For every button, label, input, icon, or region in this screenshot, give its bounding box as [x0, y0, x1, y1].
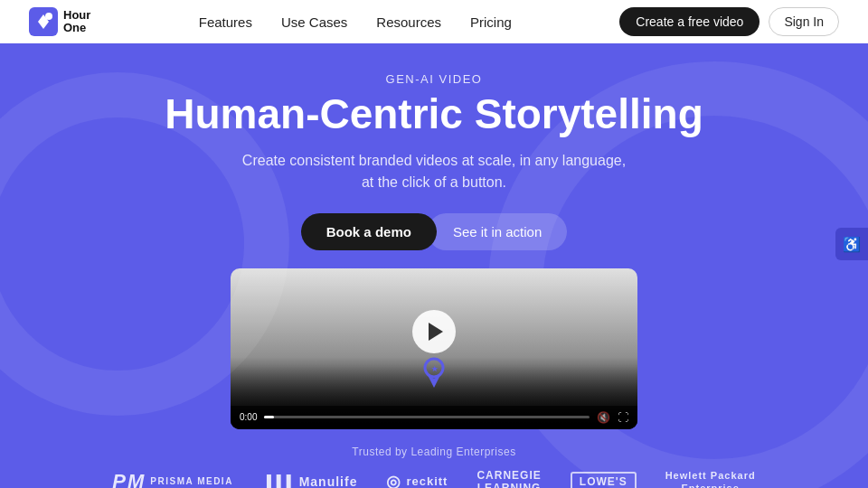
logo-icon [29, 7, 58, 36]
ribbon-icon: ★ [417, 357, 451, 388]
hero-section: GEN-AI VIDEO Human-Centric Storytelling … [0, 43, 868, 488]
play-button[interactable] [412, 310, 456, 353]
logo-prisma-media: PM PRISMA MEDIA [112, 470, 233, 488]
logo-hpe: Hewlett PackardEnterprise [665, 469, 756, 488]
hero-subtitle-line1: Create consistent branded videos at scal… [242, 153, 626, 168]
progress-fill [264, 416, 274, 418]
nav-link-features[interactable]: Features [199, 14, 252, 30]
hero-eyebrow: GEN-AI VIDEO [0, 72, 868, 86]
logos-section: Trusted by Leading Enterprises PM PRISMA… [0, 446, 868, 488]
video-controls: 0:00 🔇 ⛶ [231, 406, 637, 429]
video-time: 0:00 [240, 412, 257, 422]
nav-link-usecases[interactable]: Use Cases [281, 14, 347, 30]
hero-title: Human-Centric Storytelling [0, 91, 868, 137]
navbar: Hour One Features Use Cases Resources Pr… [0, 0, 868, 43]
logos-label: Trusted by Leading Enterprises [0, 446, 868, 458]
nav-links: Features Use Cases Resources Pricing [199, 14, 512, 30]
video-player[interactable]: ★ 0:00 🔇 ⛶ [231, 268, 637, 429]
hero-buttons: Book a demo See it in action [0, 213, 868, 250]
logo-carnegie: CARNEGIELEARNING [476, 469, 541, 488]
svg-text:★: ★ [431, 365, 439, 373]
logos-row: PM PRISMA MEDIA ▐▐▐ Manulife ◎ reckitt C… [0, 469, 868, 488]
nav-cta: Create a free video Sign In [619, 7, 839, 36]
see-action-button[interactable]: See it in action [428, 213, 567, 250]
logo-text-line1: Hour [63, 9, 90, 22]
logo-reckitt: ◎ reckitt [386, 472, 448, 488]
signin-button[interactable]: Sign In [769, 7, 839, 36]
hero-subtitle-line2: at the click of a button. [362, 174, 506, 190]
progress-bar[interactable] [264, 416, 590, 418]
accessibility-button[interactable]: ♿ [835, 228, 868, 260]
fullscreen-icon[interactable]: ⛶ [618, 411, 628, 424]
hero-subtitle: Create consistent branded videos at scal… [0, 150, 868, 193]
logo-lowes: LOWE'S [571, 472, 637, 488]
nav-link-resources[interactable]: Resources [376, 14, 441, 30]
svg-point-1 [45, 13, 52, 20]
create-video-button[interactable]: Create a free video [619, 7, 760, 36]
logo-text-line2: One [63, 22, 90, 34]
volume-icon[interactable]: 🔇 [597, 411, 610, 424]
logo-manulife: ▐▐▐ Manulife [262, 474, 358, 488]
book-demo-button[interactable]: Book a demo [301, 213, 437, 250]
accessibility-icon: ♿ [843, 236, 861, 253]
logo[interactable]: Hour One [29, 7, 90, 36]
nav-link-pricing[interactable]: Pricing [470, 14, 512, 30]
